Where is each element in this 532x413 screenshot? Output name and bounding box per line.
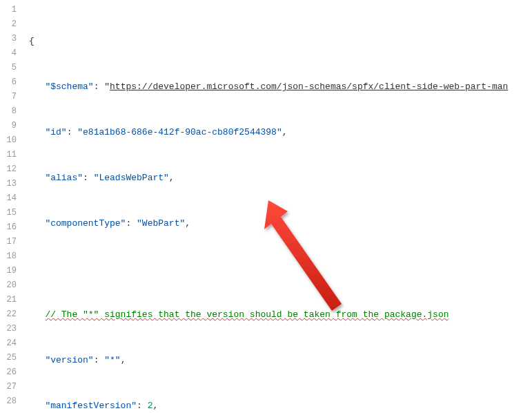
line-number: 7 <box>0 90 23 104</box>
comment: // The "*" signifies that the version sh… <box>45 309 449 320</box>
line-number: 8 <box>0 104 23 119</box>
line-number: 19 <box>0 264 23 278</box>
code-area[interactable]: { "$schema": "https://developer.microsof… <box>23 0 532 413</box>
line-number: 16 <box>0 220 23 235</box>
json-string: "e81a1b68-686e-412f-90ac-cb80f2544398" <box>77 127 282 137</box>
line-number: 21 <box>0 293 23 307</box>
code-line[interactable]: "alias": "LeadsWebPart", <box>23 171 532 185</box>
json-string: "LeadsWebPart" <box>94 173 169 183</box>
line-number: 6 <box>0 75 23 90</box>
line-number: 24 <box>0 336 23 351</box>
json-string: "WebPart" <box>137 218 185 229</box>
line-number: 1 <box>0 3 23 17</box>
code-line[interactable]: "componentType": "WebPart", <box>23 216 532 231</box>
line-number: 12 <box>0 162 23 177</box>
code-line[interactable]: "manifestVersion": 2, <box>23 398 532 413</box>
json-key: "version" <box>45 355 93 365</box>
code-line[interactable] <box>23 262 532 276</box>
line-number: 15 <box>0 206 23 220</box>
line-number: 13 <box>0 177 23 191</box>
code-line[interactable]: "$schema": "https://developer.microsoft.… <box>23 79 532 94</box>
line-number: 4 <box>0 46 23 61</box>
line-number: 26 <box>0 365 23 380</box>
line-number: 2 <box>0 17 23 32</box>
line-number: 18 <box>0 249 23 264</box>
line-number: 11 <box>0 148 23 162</box>
line-number: 3 <box>0 32 23 46</box>
line-number: 25 <box>0 351 23 365</box>
json-key: "$schema" <box>45 81 93 92</box>
json-key: "id" <box>45 127 66 137</box>
json-key: "manifestVersion" <box>45 401 137 411</box>
line-number: 22 <box>0 307 23 322</box>
line-number: 10 <box>0 133 23 148</box>
code-line[interactable]: "version": "*", <box>23 353 532 367</box>
line-number: 17 <box>0 235 23 249</box>
line-number: 28 <box>0 394 23 409</box>
line-number: 9 <box>0 119 23 133</box>
schema-url: https://developer.microsoft.com/json-sch… <box>110 81 508 92</box>
code-line[interactable]: { <box>23 34 532 48</box>
line-number: 20 <box>0 278 23 293</box>
line-number: 23 <box>0 322 23 336</box>
json-string: "*" <box>104 355 120 365</box>
line-number-gutter: 1 2 3 4 5 6 7 8 9 10 11 12 13 14 15 16 1… <box>0 0 23 413</box>
code-line[interactable]: // The "*" signifies that the version sh… <box>23 307 532 322</box>
code-line[interactable]: "id": "e81a1b68-686e-412f-90ac-cb80f2544… <box>23 125 532 140</box>
json-key: "alias" <box>45 173 83 183</box>
line-number: 14 <box>0 191 23 206</box>
json-key: "componentType" <box>45 218 126 229</box>
code-editor[interactable]: 1 2 3 4 5 6 7 8 9 10 11 12 13 14 15 16 1… <box>0 0 532 413</box>
line-number: 5 <box>0 61 23 75</box>
brace: { <box>29 36 35 46</box>
line-number: 27 <box>0 380 23 394</box>
